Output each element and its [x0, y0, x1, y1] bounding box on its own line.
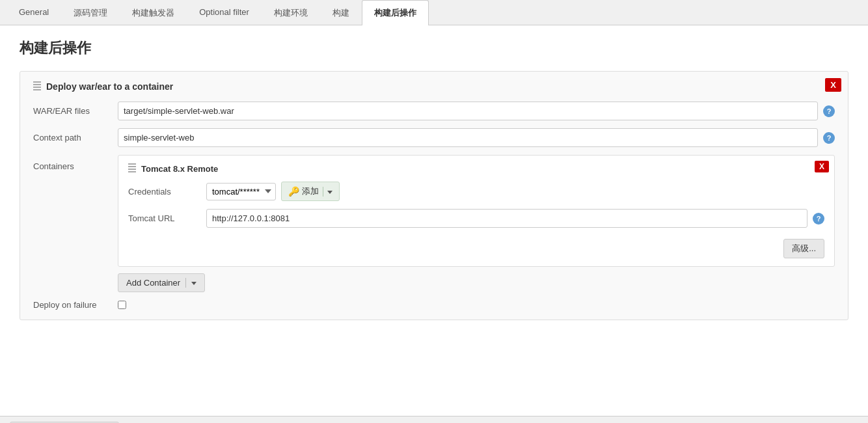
tab-post-build[interactable]: 构建后操作 — [362, 0, 429, 25]
credentials-label: Credentials — [128, 187, 206, 197]
add-container-arrow-icon — [185, 278, 197, 288]
deploy-failure-checkbox[interactable] — [118, 301, 126, 309]
deploy-card-title: Deploy war/ear to a container — [46, 81, 173, 92]
advanced-button[interactable]: 高级... — [783, 239, 824, 258]
key-icon: 🔑 — [288, 186, 299, 197]
inner-drag-handle-icon — [128, 163, 136, 174]
tab-optional-filter[interactable]: Optional filter — [187, 0, 262, 25]
drag-handle-icon — [33, 81, 41, 92]
context-path-help-icon[interactable]: ? — [823, 132, 835, 144]
credentials-select[interactable]: tomcat/****** — [206, 183, 276, 200]
add-container-button[interactable]: Add Container — [118, 273, 205, 292]
container-inner: X Tomcat 8.x Remote Credentials tomcat/*… — [118, 155, 835, 292]
containers-label: Containers — [33, 155, 118, 171]
war-ear-input[interactable] — [118, 102, 818, 120]
tomcat-url-input[interactable] — [206, 209, 807, 228]
add-credentials-arrow-icon — [323, 187, 332, 197]
dropdown-arrow-icon — [327, 191, 332, 194]
deploy-card-close-button[interactable]: X — [825, 78, 841, 92]
bottom-bar: 增加构建后操作步骤 — [0, 416, 868, 423]
containers-row: Containers X Tomcat 8.x Remote Credentia… — [33, 155, 835, 292]
tomcat-url-row: Tomcat URL ? — [128, 209, 824, 228]
page-content: 构建后操作 X Deploy war/ear to a container WA… — [0, 25, 868, 416]
tab-general[interactable]: General — [7, 0, 61, 25]
tab-build-env[interactable]: 构建环境 — [262, 0, 320, 25]
deploy-failure-row: Deploy on failure — [33, 300, 835, 310]
card-title-row: Deploy war/ear to a container — [33, 81, 835, 92]
inner-card-title-row: Tomcat 8.x Remote — [128, 163, 824, 174]
deploy-failure-label: Deploy on failure — [33, 300, 118, 310]
war-ear-help-icon[interactable]: ? — [823, 105, 835, 117]
deploy-card: X Deploy war/ear to a container WAR/EAR … — [20, 71, 848, 320]
tomcat-url-help-icon[interactable]: ? — [813, 213, 824, 225]
tomcat-container-title: Tomcat 8.x Remote — [141, 164, 218, 174]
add-container-label: Add Container — [126, 278, 180, 288]
war-ear-row: WAR/EAR files ? — [33, 102, 835, 120]
war-ear-label: WAR/EAR files — [33, 106, 118, 116]
credentials-row: Credentials tomcat/****** 🔑 添加 — [128, 182, 824, 201]
context-path-label: Context path — [33, 133, 118, 143]
tab-source[interactable]: 源码管理 — [61, 0, 120, 25]
context-path-row: Context path ? — [33, 128, 835, 147]
tab-triggers[interactable]: 构建触发器 — [120, 0, 187, 25]
tab-build[interactable]: 构建 — [320, 0, 362, 25]
context-path-input[interactable] — [118, 128, 818, 147]
add-credentials-label: 添加 — [302, 185, 319, 197]
tomcat-url-label: Tomcat URL — [128, 213, 206, 223]
tab-bar: General 源码管理 构建触发器 Optional filter 构建环境 … — [0, 0, 868, 25]
tomcat-container-card: X Tomcat 8.x Remote Credentials tomcat/*… — [118, 155, 835, 267]
page-title: 构建后操作 — [20, 38, 848, 58]
add-container-dropdown-icon — [191, 282, 197, 285]
add-credentials-button[interactable]: 🔑 添加 — [281, 182, 340, 201]
tomcat-container-close-button[interactable]: X — [815, 161, 829, 172]
